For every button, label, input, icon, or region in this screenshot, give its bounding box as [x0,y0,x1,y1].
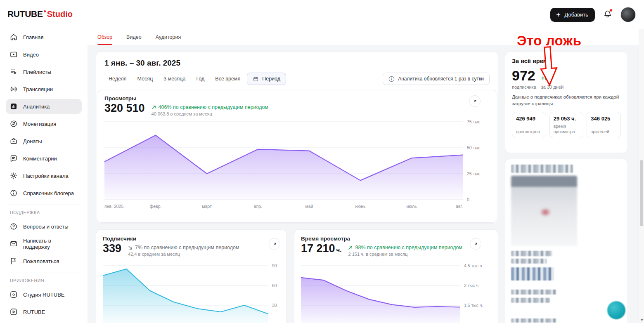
expand-icon [473,241,478,247]
period-week-button[interactable]: Неделя [104,73,131,85]
sidebar-item-monetization[interactable]: Монетизация [6,116,82,131]
stat-watch-time: 29 053 ч. время просмотра [549,112,584,138]
overview-header: 1 янв. – 30 авг. 2025 Неделя Месяц 3 мес… [96,52,498,85]
overview-panel: 1 янв. – 30 авг. 2025 Неделя Месяц 3 мес… [96,52,498,224]
sidebar-item-faq[interactable]: Вопросы и ответы [6,219,82,234]
svg-text:75 тыс: 75 тыс [467,119,480,124]
sidebar-item-playlists[interactable]: Плейлисты [6,64,82,79]
sidebar-item-contact-support[interactable]: Написать в поддержку [6,236,82,251]
subscribers-trend-text: 7% по сравнению с предыдущим периодом [135,245,239,250]
logo-dot [44,10,46,12]
subscribers-count: 972 [512,68,536,83]
svg-text:март: март [202,204,212,209]
views-chart-card: Просмотры 320 510 406% по сравнению с пр… [97,90,497,223]
scrollbar-thumb[interactable] [640,160,643,226]
expand-icon [472,99,478,104]
watch-time-value-row: 17 210ч. 98% по сравнению с предыдущим п… [301,243,491,257]
rutube-app-icon [9,308,18,316]
watch-time-expand-button[interactable] [470,238,481,250]
views-total-value: 320 510 [104,102,145,115]
tab-overview[interactable]: Обзор [97,29,112,45]
tab-audience[interactable]: Аудитория [156,29,181,45]
video-icon [9,50,18,59]
sidebar-item-channel-settings[interactable]: Настройки канала [6,168,82,183]
svg-text:3 тыс ч.: 3 тыс ч. [464,283,480,288]
blurred-video-thumbnail [511,176,577,246]
blurred-text-row [511,251,552,256]
views-chart-title: Просмотры [104,95,490,101]
broadcast-icon [9,85,18,93]
sidebar-item-label: Настройки канала [23,173,69,179]
period-alltime-button[interactable]: Всё время [211,73,244,85]
watch-time-total-number: 17 210 [301,242,335,255]
sidebar-item-blogger-guide[interactable]: Справочник блогера [6,186,82,200]
period-custom-button[interactable]: Период [247,73,286,85]
filters-row: Неделя Месяц 3 месяца Год Всё время Пери… [104,73,490,85]
stat-viewers-label: зрителей [591,129,617,134]
subscribers-value-row: 339 7% по сравнению с предыдущим периодо… [103,243,279,257]
playlist-icon [9,68,18,76]
sidebar-item-home[interactable]: Главная [6,30,82,45]
sidebar-item-label: Видео [23,52,39,58]
svg-text:янв. 2025: янв. 2025 [104,204,123,209]
svg-text:50 тыс: 50 тыс [467,145,480,150]
add-button[interactable]: Добавить [550,8,595,22]
views-trend: 406% по сравнению с предыдущим периодом [152,104,268,110]
watch-time-chart-title: Время просмотра [301,236,491,242]
sidebar-item-label: Справочник блогера [23,190,74,196]
stat-watch-time-value: 29 053 ч. [554,116,580,122]
svg-text:25 тыс: 25 тыс [467,171,480,176]
notifications-button[interactable] [602,9,613,21]
all-time-summary-card: За всё время 972 +81 подписчика за 30 дн… [505,52,628,153]
sidebar-item-analytics[interactable]: Аналитика [6,99,82,114]
svg-text:60: 60 [272,283,277,288]
sidebar-item-label: Трансляции [23,86,53,92]
sidebar-item-donations[interactable]: Донаты [6,134,82,149]
sidebar-item-label: Вопросы и ответы [23,224,68,230]
sidebar-item-report[interactable]: Пожаловаться [6,254,82,269]
summary-stats-row: 426 949 просмотров 29 053 ч. время просм… [512,112,621,138]
sidebar: Главная Видео Плейлисты Трансляции Анали… [0,29,88,323]
home-icon [9,33,18,41]
sidebar-item-videos[interactable]: Видео [6,47,82,62]
subscribers-expand-button[interactable] [269,238,280,250]
views-value-row: 320 510 406% по сравнению с предыдущим п… [104,102,490,116]
period-month-button[interactable]: Месяц [133,73,157,85]
info-circle-icon [388,76,395,82]
scrollbar[interactable] [639,29,644,323]
rutube-studio-logo[interactable]: RUTUBE Studio [7,9,73,19]
notification-badge [609,9,613,12]
period-custom-label: Период [262,76,280,82]
subscribers-area-chart: 306090 [103,259,280,323]
subscribers-chart-title: Подписчики [103,236,279,242]
watch-time-header: Время просмотра 17 210ч. 98% по сравнени… [294,230,498,257]
topbar-actions: Добавить [550,7,636,22]
watch-time-total-value: 17 210ч. [301,243,341,255]
blurred-floating-button[interactable] [607,301,625,319]
scroll-down-button[interactable] [639,317,644,323]
sidebar-item-studio-app[interactable]: Студия RUTUBE [6,287,82,302]
stat-views-label: просмотров [516,129,542,134]
watch-time-trend-text: 98% по сравнению с предыдущим периодом [355,245,462,250]
trend-up-icon [348,245,353,250]
sidebar-support-header: ПОДДЕРЖКА [10,210,88,215]
sidebar-item-label: Плейлисты [23,69,51,75]
period-year-button[interactable]: Год [192,73,208,85]
tab-video[interactable]: Видео [126,29,142,45]
sidebar-divider [7,205,81,205]
sidebar-item-streams[interactable]: Трансляции [6,82,82,97]
summary-title: За всё время [512,58,621,64]
subscribers-total-value: 339 [103,243,121,255]
period-3months-button[interactable]: 3 месяца [159,73,189,85]
svg-text:4,5 тыс ч.: 4,5 тыс ч. [464,263,483,268]
sidebar-item-comments[interactable]: Комментарии [6,151,82,166]
sidebar-item-rutube-app[interactable]: RUTUBE [6,304,82,319]
user-avatar[interactable] [620,7,636,22]
svg-text:90: 90 [272,263,277,268]
analytics-icon [9,102,18,111]
sidebar-item-label: Написать в поддержку [23,238,78,250]
stat-viewers-value: 346 025 [591,116,617,122]
question-icon [9,222,18,231]
views-expand-button[interactable] [469,95,481,107]
blurred-text-row [511,290,556,295]
